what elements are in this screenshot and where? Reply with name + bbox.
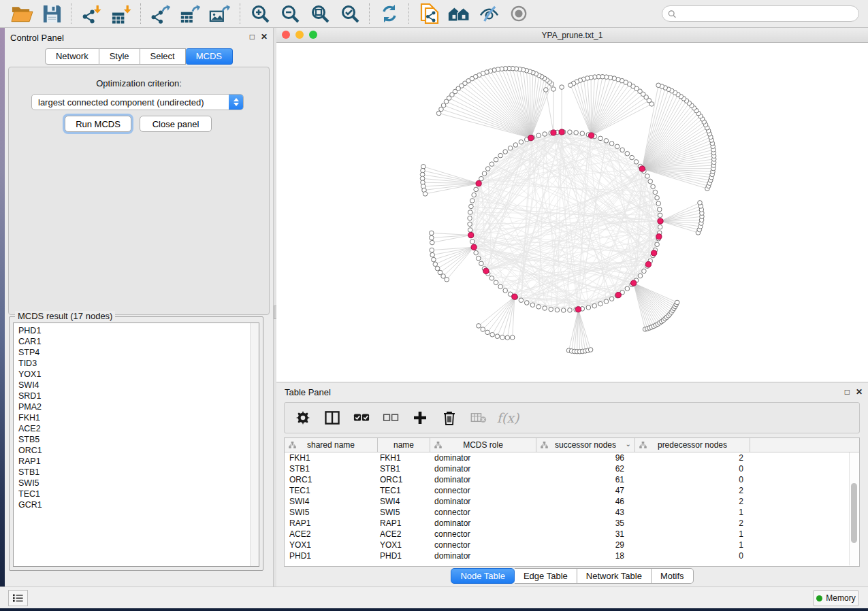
zoom-in-icon[interactable]	[248, 2, 272, 25]
table-row[interactable]: ORC1ORC1dominator610	[285, 474, 859, 485]
table-cell: 31	[536, 529, 635, 539]
show-graphics-details-icon[interactable]	[507, 2, 530, 25]
settings-icon[interactable]	[294, 409, 312, 427]
zoom-out-icon[interactable]	[278, 2, 302, 25]
stepper-icon	[229, 95, 243, 110]
deselect-all-icon[interactable]	[382, 409, 400, 427]
mcds-result-item[interactable]: GCR1	[18, 499, 259, 510]
table-scrollbar[interactable]	[849, 452, 858, 565]
search-input[interactable]	[676, 8, 853, 19]
table-toolbar: f(x)	[284, 402, 860, 433]
control-panel: Control Panel □ ✕ NetworkStyleSelectMCDS…	[5, 28, 273, 587]
close-panel-button[interactable]: Close panel	[140, 116, 212, 132]
mcds-result-item[interactable]: YOX1	[18, 369, 259, 380]
table-cell: PHD1	[378, 551, 430, 561]
mcds-result-item[interactable]: SRD1	[18, 391, 259, 401]
table-cell: 0	[635, 551, 750, 561]
tab-node-table[interactable]: Node Table	[451, 568, 515, 584]
mcds-result-item[interactable]: TID3	[18, 358, 259, 369]
float-icon[interactable]: □	[250, 32, 255, 42]
refresh-layout-icon[interactable]	[378, 2, 401, 25]
mcds-result-item[interactable]: PHD1	[18, 325, 259, 336]
split-view-icon[interactable]	[323, 409, 341, 427]
node-table-header: shared namenameMCDS rolesuccessor nodes⌄…	[285, 438, 859, 452]
column-header-successor-nodes[interactable]: successor nodes⌄	[536, 438, 635, 452]
table-row[interactable]: ACE2ACE2connector311	[285, 529, 859, 540]
table-cell: SWI5	[378, 508, 430, 517]
open-session-icon[interactable]	[10, 2, 33, 25]
import-network-icon[interactable]	[80, 2, 103, 25]
table-row[interactable]: STB1STB1dominator620	[285, 463, 859, 474]
share-document-icon[interactable]	[417, 2, 440, 25]
table-cell: dominator	[430, 518, 536, 528]
tab-edge-table[interactable]: Edge Table	[515, 568, 577, 584]
close-traffic-icon[interactable]	[282, 31, 290, 39]
table-tabs: Node TableEdge TableNetwork TableMotifs	[276, 568, 868, 584]
save-session-icon[interactable]	[40, 2, 63, 25]
delete-column-icon[interactable]	[440, 409, 458, 427]
network-window-titlebar[interactable]: YPA_prune.txt_1	[276, 28, 868, 43]
traffic-lights	[282, 31, 317, 39]
table-row[interactable]: SWI4SWI4dominator462	[285, 496, 859, 507]
tab-select[interactable]: Select	[140, 48, 186, 65]
task-history-button[interactable]	[8, 590, 28, 606]
zoom-selected-icon[interactable]	[338, 2, 361, 25]
mcds-result-item[interactable]: SWI5	[18, 478, 259, 489]
mcds-result-item[interactable]: STP4	[18, 347, 259, 358]
hide-graphics-details-icon[interactable]	[477, 2, 500, 25]
close-icon[interactable]: ✕	[856, 387, 863, 397]
tab-mcds[interactable]: MCDS	[186, 48, 233, 65]
memory-button[interactable]: Memory	[813, 590, 859, 606]
mcds-result-item[interactable]: PMA2	[18, 401, 259, 412]
table-row[interactable]: SWI5SWI5connector431	[285, 507, 859, 518]
mcds-result-list[interactable]: PHD1CAR1STP4TID3YOX1SWI4SRD1PMA2FKH1ACE2…	[13, 323, 259, 567]
table-scrollbar-thumb[interactable]	[851, 483, 857, 543]
mcds-result-item[interactable]: STB1	[18, 467, 259, 478]
column-header-predecessor-nodes[interactable]: predecessor nodes	[635, 438, 750, 452]
control-panel-tabs: NetworkStyleSelectMCDS	[5, 48, 273, 65]
search-box[interactable]	[662, 5, 859, 22]
column-header-shared-name[interactable]: shared name	[285, 438, 378, 452]
float-icon[interactable]: □	[845, 387, 850, 397]
export-image-icon[interactable]	[209, 2, 232, 25]
table-row[interactable]: TEC1TEC1connector472	[285, 485, 859, 496]
table-row[interactable]: FKH1FKH1dominator962	[285, 452, 859, 463]
mcds-result-item[interactable]: ACE2	[18, 423, 259, 434]
mcds-result-item[interactable]: SWI4	[18, 380, 259, 391]
tab-network[interactable]: Network	[45, 48, 99, 65]
tab-network-table[interactable]: Network Table	[577, 568, 652, 584]
export-network-icon[interactable]	[149, 2, 172, 25]
mcds-result-item[interactable]: STB5	[18, 434, 259, 445]
table-cell: STB1	[285, 464, 378, 474]
import-table-icon[interactable]	[110, 2, 133, 25]
table-row[interactable]: RAP1RAP1dominator352	[285, 518, 859, 529]
optimization-criterion-select[interactable]: largest connected component (undirected)	[31, 94, 244, 110]
mcds-result-item[interactable]: TEC1	[18, 489, 259, 499]
export-table-icon[interactable]	[179, 2, 202, 25]
mcds-result-item[interactable]: ORC1	[18, 445, 259, 456]
table-row[interactable]: PHD1PHD1dominator180	[285, 550, 859, 561]
zoom-fit-icon[interactable]	[308, 2, 332, 25]
close-icon[interactable]: ✕	[261, 32, 268, 42]
table-cell: YOX1	[378, 540, 430, 550]
run-mcds-button[interactable]: Run MCDS	[65, 116, 131, 132]
table-cell: FKH1	[285, 453, 378, 463]
tab-motifs[interactable]: Motifs	[652, 568, 694, 584]
table-cell: 2	[635, 518, 750, 528]
table-row[interactable]: YOX1YOX1connector291	[285, 540, 859, 550]
mcds-list-scrollbar[interactable]	[250, 323, 259, 566]
maximize-traffic-icon[interactable]	[309, 31, 317, 39]
table-cell: YOX1	[285, 540, 378, 550]
network-browser-icon[interactable]	[447, 2, 470, 25]
mcds-result-item[interactable]: FKH1	[18, 412, 259, 423]
minimize-traffic-icon[interactable]	[295, 31, 304, 39]
add-column-icon[interactable]	[411, 409, 429, 427]
mcds-result-item[interactable]: RAP1	[18, 456, 259, 467]
column-header-name[interactable]: name	[378, 438, 430, 452]
column-header-MCDS-role[interactable]: MCDS role	[430, 438, 536, 452]
control-panel-titlebar: Control Panel □ ✕	[5, 28, 273, 46]
tab-style[interactable]: Style	[99, 48, 140, 65]
mcds-result-item[interactable]: CAR1	[18, 336, 259, 347]
network-canvas[interactable]	[276, 43, 868, 382]
select-all-icon[interactable]	[353, 409, 370, 427]
